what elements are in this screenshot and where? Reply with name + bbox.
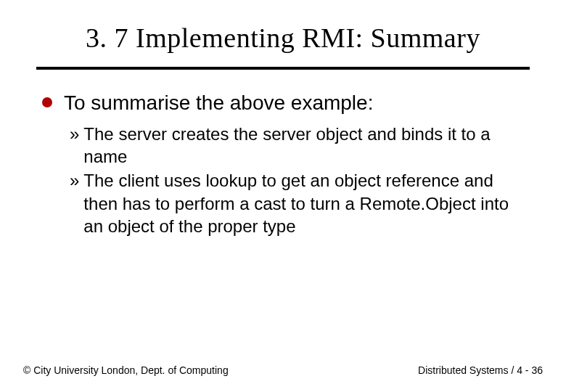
slide-content: To summarise the above example: » The se… xyxy=(36,90,530,237)
sub-bullet-marker-icon: » xyxy=(70,169,79,192)
sub-bullet-text: The client uses lookup to get an object … xyxy=(83,169,530,237)
slide: 3. 7 Implementing RMI: Summary To summar… xyxy=(0,0,566,392)
bullet-icon xyxy=(42,97,52,107)
sub-bullet-item: » The server creates the server object a… xyxy=(70,123,530,168)
sub-bullet-item: » The client uses lookup to get an objec… xyxy=(70,169,530,237)
sub-bullet-list: » The server creates the server object a… xyxy=(42,123,530,237)
slide-title: 3. 7 Implementing RMI: Summary xyxy=(36,22,530,54)
sub-bullet-text: The server creates the server object and… xyxy=(83,123,530,168)
bullet-item: To summarise the above example: xyxy=(42,90,530,115)
title-divider xyxy=(36,67,530,70)
slide-footer: © City University London, Dept. of Compu… xyxy=(0,364,566,376)
bullet-text: To summarise the above example: xyxy=(64,90,373,115)
footer-copyright: © City University London, Dept. of Compu… xyxy=(23,364,229,376)
sub-bullet-marker-icon: » xyxy=(70,123,79,145)
footer-page-number: Distributed Systems / 4 - 36 xyxy=(418,364,543,376)
